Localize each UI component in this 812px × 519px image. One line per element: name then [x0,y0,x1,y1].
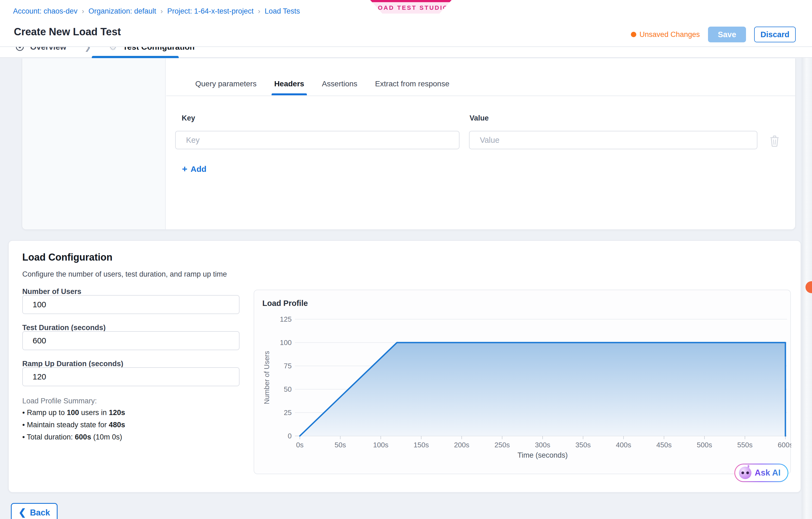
breadcrumb-account[interactable]: Account: chaos-dev [13,7,78,16]
svg-text:350s: 350s [576,441,591,449]
delete-row-button[interactable] [768,135,781,147]
chevron-right-icon: › [254,7,265,16]
svg-text:200s: 200s [454,441,469,449]
svg-text:100: 100 [280,338,292,347]
ramp-up-duration-label: Ramp Up Duration (seconds) [22,360,123,368]
save-button[interactable]: Save [708,27,746,42]
svg-text:0: 0 [288,432,292,440]
load-test-studio-badge: LOAD TEST STUDIO [370,0,452,13]
summary-steady-state: • Maintain steady state for 480s [22,421,125,429]
page-scrollbar[interactable] [802,0,812,519]
request-side-panel [22,58,166,230]
summary-bold: 120s [109,408,125,417]
svg-text:150s: 150s [414,441,429,449]
test-duration-input[interactable] [22,331,239,350]
svg-text:25: 25 [284,408,292,417]
plus-icon: + [182,164,187,174]
summary-ramp-up: • Ramp up to 100 users in 120s [22,408,125,417]
load-profile-summary-heading: Load Profile Summary: [22,397,97,405]
active-step-underline [92,56,179,58]
svg-text:100s: 100s [373,441,388,449]
back-button[interactable]: ❮ Back [11,503,58,519]
unsaved-changes-status: Unsaved Changes [631,30,700,39]
load-configuration-title: Load Configuration [22,252,112,263]
summary-bold: 600s [75,433,91,441]
svg-text:125: 125 [280,315,292,323]
summary-bold: 100 [67,408,79,417]
app-header: Account: chaos-dev › Organization: defau… [0,0,812,47]
svg-text:0s: 0s [296,441,303,449]
breadcrumb-load-tests[interactable]: Load Tests [264,7,300,16]
test-duration-label: Test Duration (seconds) [22,324,106,332]
load-configuration-subtitle: Configure the number of users, test dura… [22,270,227,278]
svg-text:600s: 600s [778,441,791,449]
load-test-studio-badge-label: LOAD TEST STUDIO [373,4,448,11]
load-profile-chart-card: Load Profile 02550751001250s50s100s150s2… [254,289,791,474]
svg-text:300s: 300s [535,441,550,449]
key-column-label: Key [182,114,195,122]
add-button-label: Add [191,164,206,174]
svg-text:250s: 250s [495,441,510,449]
header-actions: Unsaved Changes Save Discard [631,27,796,42]
summary-text: • Ramp up to [22,408,67,417]
svg-text:500s: 500s [697,441,712,449]
svg-text:75: 75 [284,362,292,370]
svg-text:Number of Users: Number of Users [263,351,271,404]
header-key-input[interactable] [175,131,460,149]
header-value-input[interactable] [469,131,757,149]
svg-text:50s: 50s [335,441,346,449]
load-profile-chart-title: Load Profile [262,299,308,308]
number-of-users-input[interactable] [22,295,239,314]
back-button-label: Back [30,508,50,518]
trash-icon [769,135,780,147]
breadcrumb-organization[interactable]: Organization: default [89,7,156,16]
unsaved-dot-icon [631,32,636,37]
chevron-right-icon: › [78,7,89,16]
svg-text:50: 50 [284,385,292,393]
request-tabs: Query parameters Headers Assertions Extr… [166,78,795,96]
number-of-users-label: Number of Users [22,287,82,296]
ask-ai-button[interactable]: Ask AI [734,464,788,482]
request-config-card: Query parameters Headers Assertions Extr… [22,58,796,230]
summary-text: • Maintain steady state for [22,421,109,429]
svg-text:450s: 450s [657,441,672,449]
tab-assertions[interactable]: Assertions [319,78,360,88]
add-header-button[interactable]: + Add [182,164,206,174]
summary-text: (10m 0s) [91,433,122,441]
tab-headers[interactable]: Headers [271,78,307,88]
summary-bold: 480s [109,421,125,429]
svg-text:550s: 550s [737,441,753,449]
load-profile-chart: 02550751001250s50s100s150s200s250s300s35… [254,312,791,472]
chevron-right-icon: › [156,7,167,16]
svg-text:400s: 400s [616,441,631,449]
ask-ai-label: Ask AI [755,468,781,478]
summary-text: • Total duration: [22,433,75,441]
ramp-up-duration-input[interactable] [22,367,239,386]
unsaved-changes-label: Unsaved Changes [640,30,700,39]
value-column-label: Value [469,114,489,122]
load-configuration-card: Load Configuration Configure the number … [8,240,801,493]
tab-query-parameters[interactable]: Query parameters [193,78,259,88]
summary-total-duration: • Total duration: 600s (10m 0s) [22,433,122,441]
breadcrumb: Account: chaos-dev › Organization: defau… [13,7,300,16]
tab-extract-from-response[interactable]: Extract from response [372,78,452,88]
svg-text:Time (seconds): Time (seconds) [517,451,568,459]
chevron-left-icon: ❮ [19,507,26,518]
breadcrumb-project[interactable]: Project: 1-64-x-test-project [167,7,254,16]
page-title: Create New Load Test [14,26,121,38]
summary-text: users in [79,408,109,417]
ask-ai-bot-icon [739,467,751,479]
discard-button[interactable]: Discard [754,27,796,42]
